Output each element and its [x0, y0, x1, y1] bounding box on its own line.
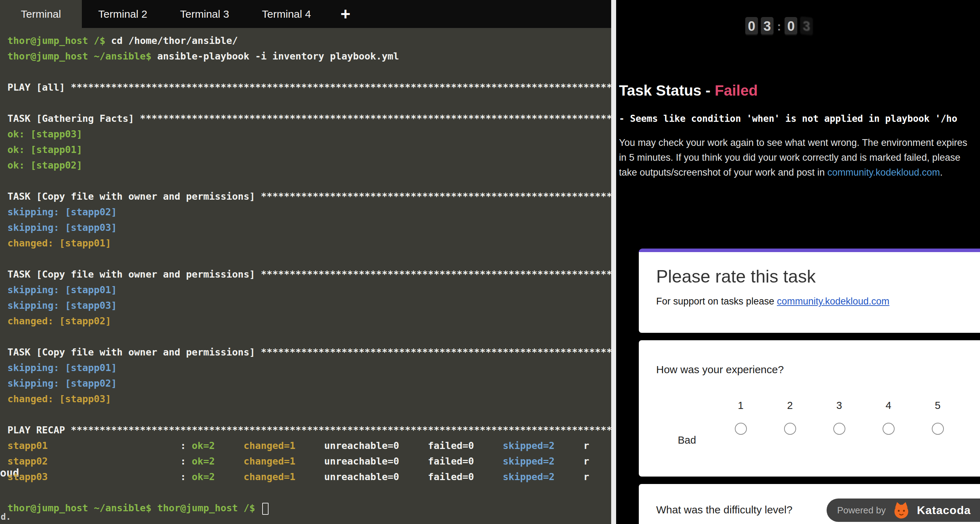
terminal-scrollbar[interactable]	[611, 0, 616, 524]
community-link[interactable]: community.kodekloud.com	[827, 167, 940, 178]
rating-low-label: Bad	[678, 434, 696, 446]
timer-digit: 3	[800, 16, 813, 36]
timer-colon: :	[777, 19, 781, 33]
terminal-line: ok: [stapp02]	[8, 157, 611, 173]
rate-support-text: For support on tasks please	[656, 296, 777, 306]
terminal-line: stapp01 : ok=2 changed=1 unreachable=0 f…	[8, 438, 611, 454]
rating-number: 5	[935, 400, 940, 411]
experience-question: How was your experience?	[656, 364, 784, 376]
rate-card-title: Please rate this task	[656, 266, 980, 287]
terminal-line: skipping: [stapp02]	[8, 204, 611, 220]
rating-radio-1[interactable]	[735, 423, 747, 435]
terminal-line: stapp02 : ok=2 changed=1 unreachable=0 f…	[8, 454, 611, 469]
rating-radio-5[interactable]	[932, 423, 944, 435]
terminal-tab-bar: TerminalTerminal 2Terminal 3Terminal 4 +	[0, 0, 611, 28]
terminal-line: skipping: [stapp01]	[8, 282, 611, 298]
terminal-line: changed: [stapp03]	[8, 391, 611, 407]
task-status-value: Failed	[714, 82, 757, 99]
rating-column: 2	[765, 400, 815, 435]
rate-task-card: Please rate this task For support on tas…	[639, 249, 980, 333]
terminal-line: PLAY [all] *****************************…	[8, 79, 611, 95]
terminal-line: thor@jump_host ~/ansible$ ansible-playbo…	[8, 49, 611, 64]
terminal-line: skipping: [stapp02]	[8, 376, 611, 391]
tab-terminal-4[interactable]: Terminal 4	[245, 0, 328, 28]
new-tab-button[interactable]: +	[329, 0, 361, 28]
terminal-line	[8, 251, 611, 267]
terminal-cursor	[262, 503, 269, 515]
tab-terminal-3[interactable]: Terminal 3	[164, 0, 245, 28]
terminal-line: PLAY RECAP *****************************…	[8, 422, 611, 438]
rate-support-link[interactable]: community.kodekloud.com	[777, 296, 890, 306]
terminal-line: thor@jump_host /$ cd /home/thor/ansible/	[8, 33, 611, 49]
terminal-tabs: TerminalTerminal 2Terminal 3Terminal 4	[0, 0, 328, 28]
difficulty-question: What was the difficulty level?	[656, 504, 792, 516]
katacoda-wordmark: Katacoda	[917, 504, 971, 517]
terminal-line	[8, 95, 611, 111]
terminal-line: ok: [stapp01]	[8, 142, 611, 157]
terminal-output[interactable]: thor@jump_host /$ cd /home/thor/ansible/…	[0, 28, 611, 524]
rating-number: 2	[787, 400, 792, 411]
rating-radio-2[interactable]	[784, 423, 796, 435]
status-description: You may check your work again to see wha…	[619, 135, 973, 180]
terminal-window: TerminalTerminal 2Terminal 3Terminal 4 +…	[0, 0, 611, 524]
task-status-panel: 03:03 Task Status -Failed - Seems like c…	[616, 0, 980, 524]
rate-card-support: For support on tasks please community.ko…	[656, 296, 980, 307]
rating-column: 4	[864, 400, 913, 435]
terminal-line	[8, 407, 611, 422]
timer-digit: 0	[745, 17, 758, 35]
terminal-line: skipping: [stapp01]	[8, 360, 611, 376]
terminal-line: TASK [Copy file with owner and permissio…	[8, 189, 611, 204]
task-status-title: Task Status -Failed	[619, 82, 758, 99]
terminal-line	[8, 329, 611, 345]
rating-radio-3[interactable]	[833, 423, 845, 435]
status-description-period: .	[940, 167, 943, 178]
terminal-line: skipping: [stapp03]	[8, 220, 611, 235]
terminal-line: ok: [stapp03]	[8, 126, 611, 142]
terminal-line: changed: [stapp01]	[8, 235, 611, 251]
terminal-line	[8, 173, 611, 189]
rating-number: 4	[885, 400, 891, 411]
rating-number: 1	[738, 400, 743, 411]
experience-card: How was your experience? Bad 12345	[639, 340, 980, 476]
terminal-line	[8, 485, 611, 500]
countdown-timer: 03:03	[745, 17, 813, 35]
rating-column: 5	[913, 400, 962, 435]
terminal-line: skipping: [stapp03]	[8, 298, 611, 313]
tab-terminal[interactable]: Terminal	[0, 0, 82, 28]
terminal-line: TASK [Copy file with owner and permissio…	[8, 345, 611, 360]
timer-digit: 0	[785, 17, 797, 35]
terminal-line	[8, 64, 611, 79]
tab-terminal-2[interactable]: Terminal 2	[82, 0, 164, 28]
timer-digit: 3	[761, 17, 773, 35]
rating-column: 1	[716, 400, 765, 435]
terminal-line: changed: [stapp02]	[8, 313, 611, 329]
terminal-line: TASK [Gathering Facts] *****************…	[8, 111, 611, 126]
terminal-line: stapp03 : ok=2 changed=1 unreachable=0 f…	[8, 469, 611, 485]
error-message: - Seems like condition 'when' is not app…	[619, 113, 980, 124]
powered-by-badge[interactable]: Powered by Katacoda	[827, 499, 980, 522]
rating-number: 3	[836, 400, 842, 411]
katacoda-logo-icon	[892, 501, 910, 519]
terminal-line: thor@jump_host ~/ansible$ thor@jump_host…	[8, 500, 611, 516]
powered-by-label: Powered by	[837, 505, 886, 516]
rating-scale: 12345	[716, 400, 962, 435]
rating-column: 3	[815, 400, 864, 435]
task-status-label: Task Status -	[619, 82, 710, 99]
terminal-line: TASK [Copy file with owner and permissio…	[8, 267, 611, 282]
rating-radio-4[interactable]	[883, 423, 895, 435]
